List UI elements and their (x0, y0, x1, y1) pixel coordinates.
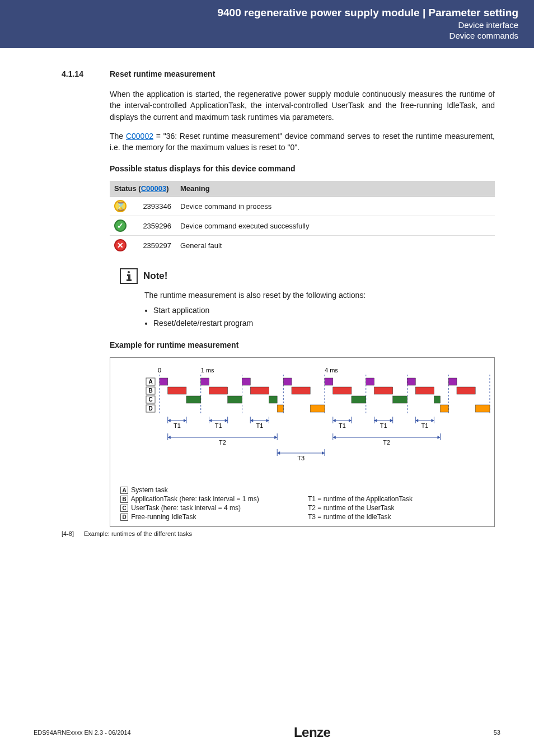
status-table: Status (C00003) Meaning ⌛ 2393346 Device… (110, 181, 495, 255)
svg-rect-23 (366, 378, 374, 385)
header-title: 9400 regenerative power supply module | … (16, 7, 518, 19)
error-icon: ✕ (114, 239, 127, 251)
svg-rect-35 (457, 387, 475, 394)
svg-text:T1: T1 (380, 422, 387, 429)
box-d: D (120, 514, 128, 521)
svg-rect-47 (310, 405, 325, 412)
note-text: The runtime measurement is also reset by… (144, 290, 495, 301)
svg-marker-70 (349, 419, 352, 422)
svg-marker-87 (168, 436, 171, 439)
status-col-post: ) (166, 184, 168, 193)
link-c00003[interactable]: C00003 (141, 184, 167, 193)
svg-text:T2: T2 (383, 439, 390, 446)
legend-r0 (308, 486, 484, 494)
body: When the application is started, the reg… (110, 88, 495, 527)
chart-box: 01 ms4 msABCDT1T1T1T1T1T1T2T2T3 A System… (110, 357, 495, 527)
legend-a: System task (131, 486, 167, 494)
legend-r1: T1 = runtime of the ApplicationTask (308, 495, 484, 503)
status-col-pre: Status ( (114, 184, 141, 193)
legend-b: ApplicationTask (here: task interval = 1… (131, 495, 259, 503)
footer-left: EDS94ARNExxxx EN 2.3 - 06/2014 (34, 729, 131, 736)
svg-rect-30 (250, 387, 269, 394)
svg-marker-52 (184, 419, 186, 422)
svg-text:1 ms: 1 ms (201, 367, 214, 374)
note-item: Reset/delete/restart program (153, 318, 495, 329)
svg-text:T1: T1 (215, 422, 222, 429)
meaning-col-header: Meaning (176, 181, 495, 197)
status-meaning: General fault (176, 236, 495, 255)
para2-pre: The (110, 132, 126, 141)
svg-rect-31 (292, 387, 310, 394)
box-c: C (120, 505, 128, 512)
legend-r2: T2 = runtime of the UserTask (308, 504, 484, 512)
note-head: Note! (120, 268, 495, 284)
box-b: B (120, 496, 128, 503)
status-code: 2393346 (131, 197, 176, 216)
header-band: 9400 regenerative power supply module | … (0, 0, 534, 48)
svg-rect-39 (228, 396, 242, 403)
footer: EDS94ARNExxxx EN 2.3 - 06/2014 Lenze 53 (0, 725, 534, 740)
svg-marker-88 (274, 436, 277, 439)
status-code: 2359296 (131, 216, 176, 236)
svg-marker-93 (333, 436, 336, 439)
box-a: A (120, 487, 128, 494)
section-number: 4.1.14 (62, 69, 91, 78)
svg-rect-29 (209, 387, 228, 394)
link-c00002[interactable]: C00002 (126, 132, 153, 141)
svg-rect-3 (127, 279, 132, 281)
svg-marker-75 (374, 419, 377, 422)
svg-rect-42 (393, 396, 407, 403)
subhead-example: Example for runtime measurement (110, 340, 495, 349)
note-body: The runtime measurement is also reset by… (144, 290, 495, 329)
svg-rect-19 (201, 378, 209, 385)
table-row: ✕ 2359297 General fault (110, 236, 495, 255)
svg-text:0: 0 (158, 367, 161, 374)
svg-marker-58 (225, 419, 228, 422)
svg-rect-41 (352, 396, 366, 403)
svg-rect-40 (269, 396, 277, 403)
section-title: Reset runtime measurement (110, 69, 215, 78)
svg-rect-21 (283, 378, 292, 385)
legend-r3: T3 = runtime of the IdleTask (308, 513, 484, 521)
status-meaning: Device command executed successfully (176, 216, 495, 236)
status-col-header: Status (C00003) (110, 181, 176, 197)
svg-text:T1: T1 (174, 422, 181, 429)
header-sub1: Device interface (16, 20, 518, 30)
svg-rect-33 (374, 387, 393, 394)
note-box: Note! The runtime measurement is also re… (120, 268, 495, 329)
svg-text:T1: T1 (421, 422, 428, 429)
svg-rect-46 (277, 405, 283, 412)
lenze-logo: Lenze (294, 725, 331, 740)
hourglass-icon: ⌛ (114, 200, 127, 212)
note-item: Start application (153, 305, 495, 316)
paragraph-1: When the application is started, the reg… (110, 88, 495, 123)
svg-text:C: C (148, 396, 152, 403)
figure-caption: [4-8] Example: runtimes of the different… (62, 530, 495, 537)
para2-post: = "36: Reset runtime measurement" device… (110, 132, 495, 152)
status-meaning: Device command in process (176, 197, 495, 216)
svg-marker-94 (438, 436, 441, 439)
svg-text:T3: T3 (297, 455, 305, 461)
svg-rect-34 (415, 387, 434, 394)
svg-rect-24 (407, 378, 416, 385)
svg-rect-2 (128, 274, 130, 280)
note-label: Note! (143, 270, 167, 282)
svg-marker-63 (250, 419, 253, 422)
svg-rect-22 (325, 378, 333, 385)
svg-text:4 ms: 4 ms (325, 367, 338, 374)
svg-marker-51 (168, 419, 171, 422)
svg-rect-25 (448, 378, 457, 385)
fig-text: Example: runtimes of the different tasks (84, 530, 192, 537)
svg-text:D: D (148, 405, 152, 412)
svg-text:A: A (148, 379, 152, 385)
svg-marker-99 (277, 451, 280, 455)
check-icon: ✓ (114, 220, 127, 232)
svg-marker-57 (209, 419, 212, 422)
table-row: ✓ 2359296 Device command executed succes… (110, 216, 495, 236)
svg-marker-76 (390, 419, 393, 422)
footer-page: 53 (494, 729, 500, 736)
svg-rect-43 (434, 396, 440, 403)
legend-d: Free-running IdleTask (131, 513, 196, 521)
content: 4.1.14 Reset runtime measurement When th… (0, 48, 534, 537)
paragraph-2: The C00002 = "36: Reset runtime measurem… (110, 130, 495, 153)
